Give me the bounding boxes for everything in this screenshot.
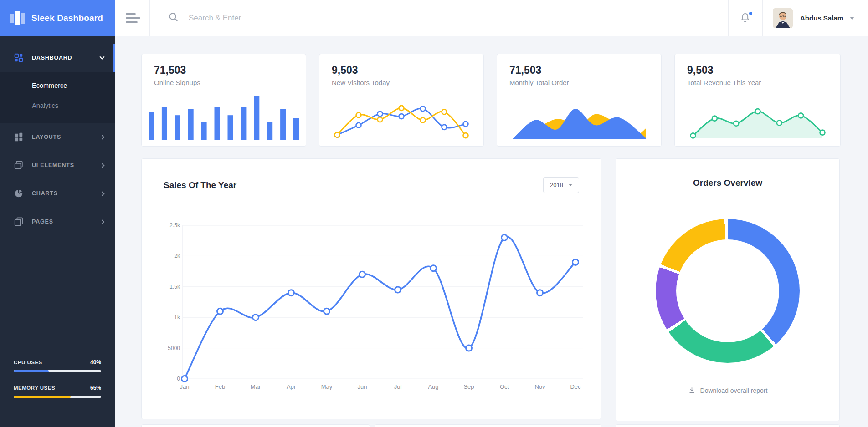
cpu-uses-label: CPU USES — [14, 360, 42, 365]
sidebar-item-label: UI ELEMENTS — [32, 162, 101, 168]
notification-badge — [748, 11, 753, 16]
donut-hole — [676, 239, 779, 342]
svg-text:May: May — [321, 383, 333, 390]
stat-value: 9,503 — [332, 64, 483, 76]
sidebar-menu: DASHBOARD Ecommerce Analytics LAYOUT — [0, 36, 115, 236]
logo-icon — [10, 10, 25, 27]
cpu-uses-value: 40% — [90, 359, 101, 366]
sidebar-item-ecommerce[interactable]: Ecommerce — [0, 76, 115, 96]
svg-text:Nov: Nov — [534, 383, 545, 390]
stat-card-total-revenue: 9,503 Total Revenue This Year — [674, 54, 841, 147]
sidebar-item-charts[interactable]: CHARTS — [0, 179, 115, 208]
ui-elements-icon — [14, 160, 24, 170]
svg-text:1k: 1k — [174, 314, 180, 320]
svg-text:Jan: Jan — [180, 383, 190, 390]
year-select-value: 2018 — [550, 182, 563, 188]
avatar — [773, 8, 793, 28]
stat-label: Online Signups — [154, 79, 306, 86]
partial-card — [375, 424, 601, 427]
download-report-label: Download overall report — [700, 387, 768, 394]
signups-bar-chart — [149, 96, 299, 140]
orders-card-title: Orders Overview — [616, 178, 839, 188]
sidebar-toggle-button[interactable] — [115, 0, 149, 36]
svg-text:Dec: Dec — [570, 383, 581, 390]
layouts-icon — [14, 132, 24, 142]
active-indicator — [113, 44, 115, 72]
sidebar-item-layouts[interactable]: LAYOUTS — [0, 123, 115, 151]
memory-uses-value: 65% — [90, 385, 101, 391]
download-report-link[interactable]: Download overall report — [616, 386, 839, 394]
svg-text:Oct: Oct — [500, 383, 509, 390]
memory-progress-bar — [14, 396, 101, 398]
user-name: Abdus Salam — [800, 14, 843, 22]
visitors-line-chart — [333, 100, 470, 140]
svg-text:Apr: Apr — [287, 383, 296, 390]
chevron-right-icon — [100, 135, 105, 139]
search-bar — [150, 0, 728, 36]
stat-value: 71,503 — [509, 64, 661, 76]
svg-text:Jul: Jul — [394, 383, 402, 390]
sales-year-line-chart: 050001k1.5k2k2.5kJanFebMarAprMayJunJulAu… — [154, 218, 587, 400]
stat-value: 9,503 — [687, 64, 840, 76]
stat-card-new-visitors: 9,503 New Visitors Today — [319, 54, 484, 147]
orders-donut-chart — [656, 219, 800, 363]
dashboard-submenu: Ecommerce Analytics — [0, 72, 115, 123]
svg-text:2.5k: 2.5k — [169, 222, 180, 229]
sleek-dashboard-app: Sleek Dashboard DASHBOARD Ecommerce — [0, 0, 868, 427]
svg-text:1.5k: 1.5k — [169, 284, 180, 290]
svg-text:Sep: Sep — [463, 383, 474, 390]
svg-text:Feb: Feb — [215, 383, 225, 390]
notifications-button[interactable] — [729, 0, 762, 36]
stat-card-online-signups: 71,503 Online Signups — [141, 54, 306, 147]
user-menu[interactable]: Abdus Salam — [763, 0, 868, 36]
system-stats: CPU USES 40% MEMORY USES 65% — [0, 326, 115, 427]
sales-of-the-year-card: Sales Of The Year 2018 050001k1.5k2k2.5k… — [141, 158, 601, 419]
stat-card-monthly-orders: 71,503 Monthly Total Order — [497, 54, 662, 147]
sidebar-item-pages[interactable]: PAGES — [0, 208, 115, 236]
logo-text: Sleek Dashboard — [31, 13, 103, 23]
sidebar-item-analytics[interactable]: Analytics — [0, 96, 115, 116]
partial-card — [616, 424, 840, 427]
sidebar-item-label: LAYOUTS — [32, 134, 101, 140]
svg-text:5000: 5000 — [168, 345, 180, 351]
sidebar: Sleek Dashboard DASHBOARD Ecommerce — [0, 0, 115, 427]
revenue-line-chart — [689, 103, 826, 140]
chevron-down-icon — [99, 54, 104, 59]
stat-label: Total Revenue This Year — [687, 79, 840, 86]
orders-area-chart — [513, 106, 646, 140]
search-input[interactable] — [189, 14, 426, 23]
svg-text:Aug: Aug — [428, 383, 438, 390]
stat-value: 71,503 — [154, 64, 306, 76]
sidebar-item-label: PAGES — [32, 219, 101, 225]
partial-card — [141, 424, 370, 427]
chevron-right-icon — [100, 219, 105, 224]
stat-label: New Visitors Today — [332, 79, 483, 86]
orders-overview-card: Orders Overview Download overall report — [616, 158, 840, 421]
sidebar-item-dashboard[interactable]: DASHBOARD — [0, 44, 115, 72]
chevron-down-icon — [569, 184, 572, 186]
chevron-right-icon — [100, 191, 105, 196]
sales-card-title: Sales Of The Year — [164, 180, 236, 190]
pie-chart-icon — [14, 188, 24, 198]
svg-text:Jun: Jun — [358, 383, 367, 390]
pages-icon — [14, 217, 24, 227]
memory-uses-label: MEMORY USES — [14, 385, 55, 391]
chevron-down-icon — [850, 17, 854, 20]
app-logo[interactable]: Sleek Dashboard — [0, 0, 115, 36]
search-icon — [168, 12, 179, 24]
stat-label: Monthly Total Order — [509, 79, 661, 86]
topbar: Abdus Salam — [115, 0, 868, 36]
sidebar-item-ui-elements[interactable]: UI ELEMENTS — [0, 151, 115, 179]
chevron-right-icon — [100, 163, 105, 168]
svg-text:0: 0 — [177, 376, 180, 382]
sidebar-item-label: DASHBOARD — [32, 55, 100, 61]
dashboard-grid-icon — [14, 53, 24, 63]
sidebar-item-label: CHARTS — [32, 190, 101, 197]
cpu-progress-bar — [14, 370, 101, 372]
svg-text:Mar: Mar — [251, 383, 261, 390]
main-content: 71,503 Online Signups 9,503 New Visitors… — [115, 36, 868, 427]
download-icon — [688, 386, 696, 394]
svg-text:2k: 2k — [174, 253, 180, 259]
year-select[interactable]: 2018 — [543, 177, 579, 193]
